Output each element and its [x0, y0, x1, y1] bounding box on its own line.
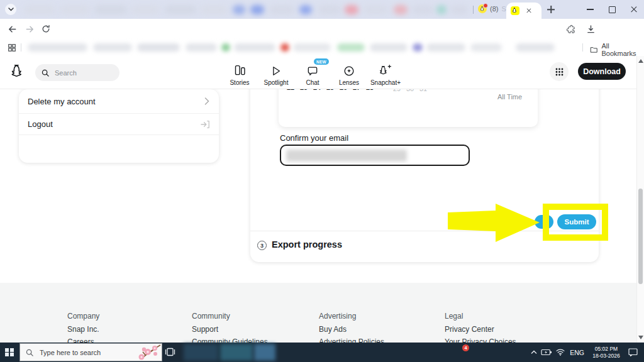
forward-icon[interactable]: [24, 23, 35, 35]
blurred-tab[interactable]: [450, 5, 468, 14]
blurred-tab[interactable]: [412, 5, 433, 14]
nav-chat[interactable]: NEW Chat: [294, 60, 331, 86]
blurred-bookmark[interactable]: [137, 43, 180, 52]
close-tab-icon[interactable]: [526, 8, 532, 14]
blurred-bookmark[interactable]: [516, 43, 555, 52]
browser-toolbar: accounts.snapchat.com/v2/download-my-dat…: [0, 19, 644, 39]
bookmarks-separator: [21, 43, 21, 52]
downloads-icon[interactable]: [585, 23, 596, 35]
blurred-bookmark[interactable]: [470, 43, 502, 52]
tab-separator: [473, 6, 474, 14]
back-icon[interactable]: [6, 23, 18, 35]
close-window-button[interactable]: [625, 0, 643, 19]
snapchat-ghost-logo[interactable]: [10, 63, 26, 80]
scrollbar-thumb[interactable]: [638, 189, 643, 284]
blurred-tab[interactable]: [94, 5, 127, 14]
footer-link[interactable]: Support: [192, 325, 311, 334]
blurred-email-value: [286, 150, 407, 162]
restore-icon: [609, 6, 616, 13]
delete-account-label: Delete my account: [28, 97, 96, 106]
action-center-icon[interactable]: [628, 348, 638, 356]
email-input[interactable]: [280, 145, 470, 166]
blurred-tab[interactable]: [269, 5, 294, 14]
blurred-bookmark[interactable]: [234, 43, 275, 52]
wifi-icon[interactable]: [556, 349, 565, 356]
search-input[interactable]: [53, 69, 113, 77]
taskbar-clock[interactable]: 05:02 PM 18-03-2026: [589, 346, 623, 359]
footer-link[interactable]: Buy Ads: [319, 325, 438, 334]
download-button[interactable]: Download: [578, 63, 626, 80]
blurred-taskbar-app[interactable]: [220, 344, 253, 361]
blurred-tab[interactable]: [394, 5, 408, 14]
language-indicator[interactable]: ENG: [570, 349, 584, 356]
blurred-taskbar-app[interactable]: [254, 344, 275, 361]
blurred-tab[interactable]: [24, 5, 55, 14]
restore-window-button[interactable]: [603, 0, 621, 19]
sidebar-item-delete-account[interactable]: Delete my account: [19, 89, 219, 114]
blurred-tab[interactable]: [233, 5, 245, 14]
blurred-taskbar-app[interactable]: [184, 344, 218, 361]
active-tab[interactable]: [506, 3, 541, 19]
blurred-bookmark[interactable]: [293, 43, 331, 52]
task-view-icon[interactable]: [165, 347, 175, 357]
nav-spotlight[interactable]: Spotlight: [258, 60, 294, 86]
blurred-bookmark[interactable]: [221, 43, 230, 52]
blurred-bookmark[interactable]: [28, 43, 87, 52]
footer-link[interactable]: Privacy Center: [445, 325, 564, 334]
logout-icon: [200, 120, 210, 129]
windows-taskbar: 4 ENG 05:02 PM 18-03-2026: [0, 343, 644, 362]
blurred-tab[interactable]: [60, 5, 90, 14]
apps-grid-icon[interactable]: [6, 42, 18, 53]
nav-lenses[interactable]: Lenses: [331, 60, 367, 86]
browser-tab-strip: (8) S: [0, 0, 644, 19]
battery-icon[interactable]: [541, 349, 552, 356]
new-tab-button[interactable]: [542, 0, 560, 19]
taskbar-search[interactable]: [19, 343, 162, 361]
snapchat-search[interactable]: [35, 64, 119, 81]
bookmarks-separator: [582, 43, 583, 52]
footer-title: Advertising: [319, 312, 438, 321]
blurred-bookmark[interactable]: [426, 43, 465, 52]
blurred-bookmark[interactable]: [370, 43, 408, 52]
blurred-tab[interactable]: [364, 5, 389, 14]
tab-search-chevron-icon[interactable]: [5, 4, 16, 15]
blurred-bookmark[interactable]: [186, 43, 217, 52]
scroll-up-icon[interactable]: [638, 59, 643, 63]
all-bookmarks-button[interactable]: All Bookmarks: [590, 42, 644, 57]
blurred-tab[interactable]: [345, 5, 358, 14]
taskbar-search-input[interactable]: [38, 348, 116, 357]
nav-label: Lenses: [339, 79, 359, 86]
blurred-tab[interactable]: [200, 5, 228, 14]
scroll-down-icon[interactable]: [638, 336, 643, 339]
search-icon: [42, 69, 49, 77]
blurred-tab[interactable]: [436, 5, 447, 14]
blurred-tab[interactable]: [131, 5, 160, 14]
blurred-bookmark[interactable]: [337, 43, 365, 52]
minimize-icon: [587, 9, 594, 9]
blurred-bookmark[interactable]: [413, 43, 423, 52]
taskbar-notification-badge: 4: [462, 344, 469, 351]
blurred-bookmark[interactable]: [93, 43, 132, 52]
start-button[interactable]: [0, 343, 19, 362]
snapchat-notification-tab[interactable]: (8) S: [478, 4, 506, 13]
apps-menu-button[interactable]: [550, 62, 569, 81]
blurred-tab[interactable]: [299, 5, 312, 14]
blurred-tab[interactable]: [165, 5, 196, 14]
all-time-option[interactable]: All Time: [497, 93, 522, 101]
blurred-tab[interactable]: [250, 5, 264, 14]
hidden-icons-chevron[interactable]: [531, 350, 537, 354]
footer-link[interactable]: Snap Inc.: [67, 325, 187, 334]
search-icon: [26, 349, 33, 356]
nav-snapchat-plus[interactable]: Snapchat+: [367, 60, 404, 86]
spotlight-icon: [270, 62, 282, 77]
grid-dots-icon: [555, 68, 564, 76]
blurred-tab[interactable]: [318, 5, 341, 14]
snapchat-header: Stories Spotlight NEW Chat Lenses: [0, 56, 644, 89]
extensions-puzzle-icon[interactable]: [565, 23, 576, 35]
nav-stories[interactable]: Stories: [221, 60, 258, 86]
blurred-bookmark[interactable]: [280, 43, 289, 52]
minimize-window-button[interactable]: [581, 0, 599, 19]
page-scrollbar[interactable]: [636, 56, 644, 343]
sidebar-item-logout[interactable]: Logout: [19, 114, 219, 135]
reload-icon[interactable]: [40, 23, 52, 35]
